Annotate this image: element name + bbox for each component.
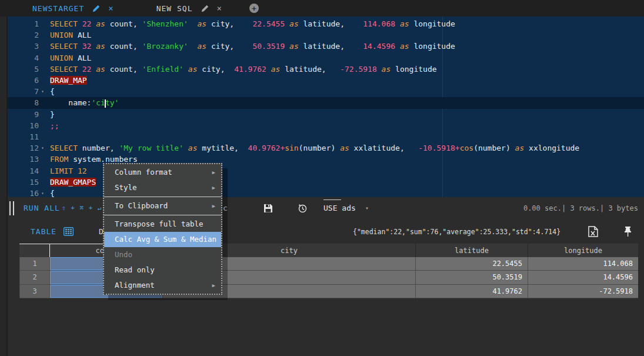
line-number: 10 [8,120,39,131]
line-number: 7 [8,86,39,97]
close-tab-icon[interactable]: × [217,4,222,13]
run-shortcut-hint: ⇧ + ⌘ + ↵ [62,204,102,212]
line-number: 5 [8,64,39,75]
menu-separator [104,215,221,215]
cell-latitude[interactable]: 22.5455 [415,257,528,271]
column-stats-readout: {"median":22,"sum":76,"average":25.333,"… [353,228,560,236]
submenu-arrow-icon: ▶ [212,198,215,214]
tab-table-view[interactable]: TABLE [31,227,74,236]
table-tab-label: TABLE [31,227,56,236]
code-line-9[interactable]: 9} [8,109,644,120]
code-line-12[interactable]: 12▾SELECT number, 'My row title' as myti… [8,142,644,154]
menu-item-to-clipboard[interactable]: To Clipboard▶ [104,198,221,214]
line-number: 8 [8,97,39,108]
line-number: 4 [8,52,39,64]
code-text: DRAW_GMAPS [50,177,96,188]
cell-longitude[interactable]: -72.5918 [528,285,638,298]
code-line-8[interactable]: 8 name:'city' [8,97,644,108]
code-line-5[interactable]: 5SELECT 22 as count, 'Enfield' as city, … [8,64,644,75]
editor-tab-bar: NEWSTARGET × NEW SQL × + [0,0,644,16]
chevron-down-icon[interactable]: ▾ [365,205,369,211]
code-text: LIMIT 12 [50,165,87,177]
line-number: 1 [8,18,39,29]
code-line-10[interactable]: 10;; [8,120,644,131]
submenu-arrow-icon: ▶ [212,165,215,180]
pin-icon [624,226,632,237]
line-number: 2 [8,29,39,41]
code-line-1[interactable]: 1SELECT 22 as count, 'Shenzhen' as city,… [8,18,644,29]
cell-latitude[interactable]: 50.3519 [415,271,528,284]
code-line-11[interactable]: 11 [8,131,644,142]
code-line-3[interactable]: 3SELECT 32 as count, 'Brozanky' as city,… [8,41,644,52]
menu-item-column-format[interactable]: Column format▶ [104,165,221,180]
line-number: 12 [8,142,39,154]
table-context-menu: Column format▶Style▶To Clipboard▶Transpo… [103,163,222,295]
pin-button[interactable] [624,226,632,237]
line-number: 15 [8,177,39,188]
run-all-button[interactable]: RUN ALL [24,204,60,212]
cell-latitude[interactable]: 41.9762 [415,285,528,298]
line-number: 16 [8,188,39,197]
line-number: 6 [8,75,39,86]
query-history-button[interactable] [298,204,307,213]
code-text: UNION ALL [50,29,91,41]
row-number[interactable]: 3 [19,285,49,298]
row-number[interactable]: 1 [19,257,49,271]
add-tab-icon[interactable]: + [249,4,259,13]
code-line-4[interactable]: 4UNION ALL [8,52,644,64]
tab-new-sql-label: NEW SQL [156,4,193,13]
code-text: { [50,188,55,197]
query-stats: 0.00 sec.| 3 rows.| 3 bytes [523,204,638,212]
export-excel-button[interactable] [588,226,598,237]
code-line-7[interactable]: 7▾{ [8,86,644,97]
tab-newstarget[interactable]: NEWSTARGET × [32,4,114,13]
floppy-disk-icon [263,204,273,213]
code-line-2[interactable]: 2UNION ALL [8,29,644,41]
menu-item-style[interactable]: Style▶ [104,180,221,195]
menu-separator [104,197,221,197]
fold-marker-icon[interactable]: ▾ [41,188,44,197]
menu-item-transpose-full-table[interactable]: Transpose full table [104,217,221,232]
code-line-6[interactable]: 6DRAW_MAP [8,75,644,86]
tab-newstarget-label: NEWSTARGET [32,4,84,13]
line-number: 9 [8,109,39,120]
tabix-sql-console: NEWSTARGET × NEW SQL × + 1SELECT 22 as c… [0,0,644,356]
column-header-longitude[interactable]: longitude [528,244,638,257]
row-number-header [19,244,49,257]
database-select[interactable]: USE ads [323,204,356,212]
column-header-latitude[interactable]: latitude [415,244,528,257]
code-text: { [50,86,55,97]
submenu-arrow-icon: ▶ [212,180,215,195]
cell-longitude[interactable]: 14.4596 [528,271,638,284]
fold-marker-icon[interactable]: ▾ [41,86,44,97]
edit-tab-icon[interactable] [92,5,100,12]
menu-item-alignment[interactable]: Alignment▶ [104,278,221,293]
code-text: SELECT 32 as count, 'Brozanky' as city, … [50,41,455,52]
partial-icon: c [223,204,228,212]
fold-marker-icon[interactable]: ▾ [41,142,44,154]
save-button[interactable] [263,204,273,213]
tab-new-sql[interactable]: NEW SQL × [156,4,222,13]
cell-longitude[interactable]: 114.068 [528,257,638,271]
code-text: SELECT number, 'My row title' as mytitle… [50,142,579,154]
row-number[interactable]: 2 [19,271,49,284]
line-number: 11 [8,131,39,142]
excel-file-icon [588,226,598,237]
submenu-arrow-icon: ▶ [212,278,215,293]
code-text: UNION ALL [50,52,91,64]
use-db-underline [323,199,341,200]
table-grid-icon [64,227,74,236]
code-text: ;; [50,120,59,131]
menu-item-read-only[interactable]: Read only [104,262,221,278]
code-text: DRAW_MAP [50,75,87,86]
menu-item-calc-avg-sum-median[interactable]: Calc Avg & Sum & Median [104,232,221,247]
code-text: } [50,109,55,120]
splitter-drag-handle[interactable] [9,201,16,215]
line-number: 14 [8,165,39,177]
code-text: SELECT 22 as count, 'Enfield' as city, 4… [50,64,437,75]
code-text: name:'city' [50,97,119,108]
history-clock-icon [298,204,307,213]
edit-tab-icon[interactable] [201,5,209,12]
close-tab-icon[interactable]: × [108,4,114,13]
left-rail [0,0,8,356]
